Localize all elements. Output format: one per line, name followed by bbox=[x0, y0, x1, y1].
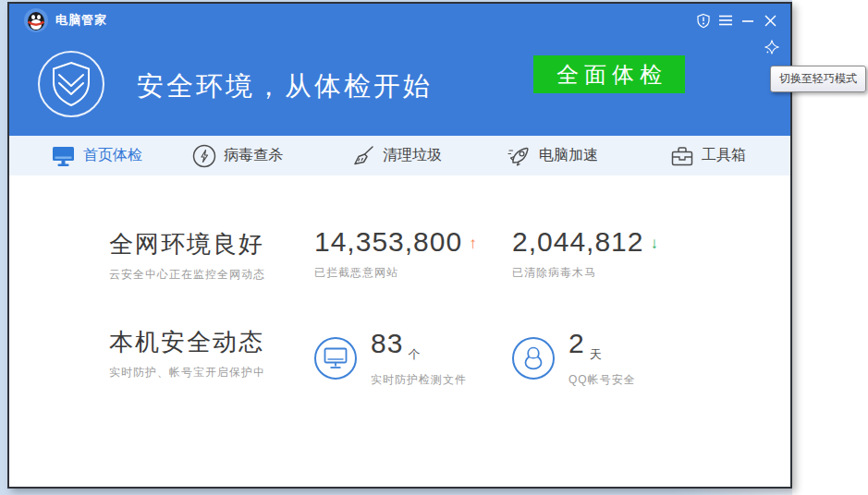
hamburger-menu-icon bbox=[718, 14, 733, 27]
monitor-circle-badge bbox=[314, 337, 357, 380]
desktop-background-left bbox=[0, 0, 7, 495]
monitor-outline-icon bbox=[323, 346, 348, 370]
header-banner: 电脑管家 bbox=[9, 4, 790, 136]
close-icon bbox=[764, 14, 777, 28]
qq-safety-label: QQ帐号安全 bbox=[568, 372, 636, 388]
realtime-files-value: 83 bbox=[371, 329, 403, 358]
main-nav: 首页体检 病毒查杀 清理垃圾 bbox=[9, 136, 790, 175]
nav-tab-label: 电脑加速 bbox=[539, 146, 598, 165]
qq-safety-stat: 2 天 QQ帐号安全 bbox=[512, 329, 636, 388]
cleaned-virus-stat: 2,044,812 ↓ 已清除病毒木马 bbox=[512, 227, 658, 281]
nav-tab-clean-junk[interactable]: 清理垃圾 bbox=[351, 136, 442, 175]
main-menu-button[interactable] bbox=[716, 11, 735, 30]
minimize-button[interactable] bbox=[739, 11, 757, 30]
local-security-subtitle: 实时防护、帐号宝开启保护中 bbox=[109, 365, 265, 380]
lightning-icon bbox=[192, 144, 216, 168]
titlebar: 电脑管家 bbox=[9, 4, 790, 37]
nav-tab-virus-scan[interactable]: 病毒查杀 bbox=[192, 136, 283, 175]
blocked-sites-label: 已拦截恶意网站 bbox=[314, 265, 477, 281]
close-button[interactable] bbox=[761, 11, 779, 30]
qq-circle-badge bbox=[512, 337, 555, 380]
hero-headline: 安全环境，从体检开始 bbox=[137, 68, 433, 105]
lite-mode-tooltip: 切换至轻巧模式 bbox=[770, 66, 866, 92]
lite-mode-button[interactable] bbox=[761, 36, 783, 58]
shield-exclamation-icon bbox=[696, 13, 711, 29]
trend-down-icon: ↓ bbox=[650, 229, 658, 259]
local-security-title: 本机安全动态 bbox=[109, 327, 265, 356]
rocket-icon bbox=[507, 144, 532, 168]
nav-tab-home-checkup[interactable]: 首页体检 bbox=[51, 136, 142, 175]
blocked-sites-stat: 14,353,800 ↑ 已拦截恶意网站 bbox=[314, 227, 477, 281]
blocked-sites-value: 14,353,800 bbox=[314, 227, 462, 257]
sparkle-icon bbox=[763, 38, 781, 56]
qq-safety-value: 2 bbox=[568, 329, 585, 358]
network-status-title: 全网环境良好 bbox=[109, 229, 265, 259]
realtime-files-label: 实时防护检测文件 bbox=[371, 372, 467, 388]
minimize-icon bbox=[741, 14, 754, 27]
broom-icon bbox=[351, 144, 375, 168]
nav-tab-toolbox[interactable]: 工具箱 bbox=[670, 136, 746, 175]
brand-shield-badge bbox=[38, 51, 104, 117]
network-status-block: 全网环境良好 云安全中心正在监控全网动态 bbox=[109, 229, 265, 283]
network-status-subtitle: 云安全中心正在监控全网动态 bbox=[109, 267, 265, 283]
brand-shield-icon bbox=[50, 61, 92, 107]
nav-tab-label: 首页体检 bbox=[83, 146, 142, 165]
realtime-files-unit: 个 bbox=[408, 340, 420, 369]
main-content: 全网环境良好 云安全中心正在监控全网动态 14,353,800 ↑ 已拦截恶意网… bbox=[9, 175, 790, 487]
desktop-background-bottom bbox=[0, 489, 792, 495]
monitor-icon bbox=[51, 145, 76, 167]
qq-safety-unit: 天 bbox=[590, 340, 602, 369]
nav-tab-label: 清理垃圾 bbox=[383, 146, 442, 165]
nav-tab-label: 病毒查杀 bbox=[224, 146, 283, 165]
trend-up-icon: ↑ bbox=[469, 229, 477, 259]
qq-penguin-logo-icon bbox=[24, 8, 48, 32]
qq-outline-icon bbox=[521, 345, 545, 371]
app-title: 电脑管家 bbox=[55, 12, 107, 29]
nav-tab-label: 工具箱 bbox=[702, 146, 746, 165]
cleaned-virus-label: 已清除病毒木马 bbox=[512, 265, 658, 281]
realtime-files-stat: 83 个 实时防护检测文件 bbox=[314, 329, 467, 388]
local-security-block: 本机安全动态 实时防护、帐号宝开启保护中 bbox=[109, 327, 265, 380]
nav-tab-speedup[interactable]: 电脑加速 bbox=[507, 136, 598, 175]
app-window: 电脑管家 bbox=[7, 2, 792, 489]
full-scan-button[interactable]: 全面体检 bbox=[533, 55, 685, 93]
toolbox-icon bbox=[670, 145, 694, 167]
cleaned-virus-value: 2,044,812 bbox=[512, 227, 643, 257]
security-level-button[interactable] bbox=[694, 11, 713, 30]
